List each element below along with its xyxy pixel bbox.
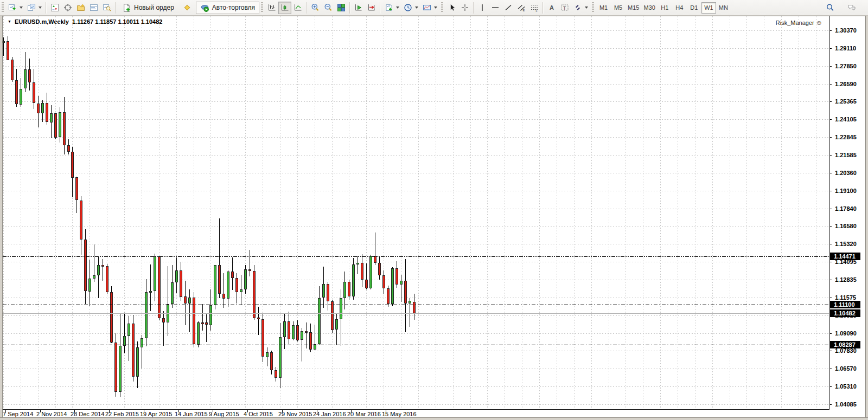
price-axis-tick xyxy=(830,333,832,334)
horizontal-gridline xyxy=(3,386,829,387)
candlestick-chart-button[interactable] xyxy=(278,2,291,14)
trendline-icon xyxy=(504,3,513,12)
timeframe-w1[interactable]: W1 xyxy=(701,2,716,14)
arrows-dropdown-arrow[interactable] xyxy=(585,7,588,9)
chart-plot[interactable]: ▼ EURUSD.m,Weekly 1.11267 1.11857 1.1001… xyxy=(3,16,829,410)
tile-windows-button[interactable] xyxy=(335,2,348,14)
candle xyxy=(231,272,234,278)
toolbar-separator xyxy=(380,2,381,14)
price-axis-tick xyxy=(830,137,832,138)
data-window-button[interactable] xyxy=(61,2,74,14)
price-axis-label: 1.15320 xyxy=(835,241,857,248)
svg-text:T: T xyxy=(563,5,566,11)
candle xyxy=(141,338,143,347)
candle xyxy=(266,352,269,357)
trendline-button[interactable] xyxy=(502,2,515,14)
metaeditor-button[interactable] xyxy=(181,2,194,14)
indicators-dropdown-arrow[interactable] xyxy=(396,7,399,9)
candle xyxy=(340,298,342,319)
price-axis-label: 1.22845 xyxy=(835,134,857,141)
bar-chart-button[interactable] xyxy=(265,2,278,14)
chart-shift-button[interactable] xyxy=(365,2,378,14)
vertical-gridline xyxy=(21,16,21,409)
horizontal-level-line[interactable] xyxy=(3,345,829,345)
horizontal-gridline xyxy=(3,209,829,209)
arrows-button[interactable] xyxy=(571,2,584,14)
price-axis-tick xyxy=(830,30,832,31)
chart-expander-icon[interactable]: ▼ xyxy=(8,20,11,23)
timeframe-m30[interactable]: M30 xyxy=(641,2,657,14)
chat-button[interactable] xyxy=(845,2,858,14)
horizontal-level-line[interactable] xyxy=(3,256,829,257)
price-axis-label: 1.09090 xyxy=(835,330,857,337)
templates-button[interactable] xyxy=(420,2,433,14)
market-watch-button[interactable] xyxy=(48,2,61,14)
price-axis-label: 1.16580 xyxy=(835,223,857,230)
toolbar-drag-handle[interactable] xyxy=(2,2,4,13)
price-axis-tick xyxy=(830,226,832,227)
candle-wick xyxy=(258,307,259,335)
text-label-button[interactable]: T xyxy=(558,2,571,14)
timeframe-h1[interactable]: H1 xyxy=(658,2,672,14)
auto-scroll-button[interactable] xyxy=(352,2,365,14)
candle xyxy=(261,319,264,357)
indicators-button[interactable] xyxy=(382,2,395,14)
new-order-button[interactable]: Новый ордер xyxy=(118,2,178,14)
candle xyxy=(171,282,174,304)
vertical-line-button[interactable] xyxy=(476,2,489,14)
auto-scroll-icon xyxy=(354,3,363,12)
toolbar-drag-handle[interactable] xyxy=(441,2,443,13)
cursor-button[interactable] xyxy=(445,2,458,14)
timeframe-d1[interactable]: D1 xyxy=(687,2,701,14)
new-chart-button[interactable] xyxy=(6,2,19,14)
horizontal-line-icon xyxy=(491,3,500,12)
candle xyxy=(378,263,381,275)
timeframe-m5[interactable]: M5 xyxy=(611,2,626,14)
candle xyxy=(175,270,178,282)
timeframe-mn[interactable]: MN xyxy=(716,2,731,14)
timeframe-m1[interactable]: M1 xyxy=(596,2,611,14)
line-chart-button[interactable] xyxy=(291,2,304,14)
vertical-gridline xyxy=(3,16,4,409)
templates-dropdown-arrow[interactable] xyxy=(434,7,437,9)
new-chart-icon xyxy=(8,3,17,12)
vertical-gridline xyxy=(332,16,333,409)
navigator-button[interactable] xyxy=(74,2,87,14)
timeframe-m15[interactable]: M15 xyxy=(626,2,641,14)
text-button[interactable]: A xyxy=(545,2,558,14)
candle xyxy=(154,256,156,291)
candle xyxy=(88,279,91,292)
vertical-gridline xyxy=(90,16,90,409)
horizontal-gridline xyxy=(3,173,829,173)
toolbar-drag-handle[interactable] xyxy=(261,2,263,13)
strategy-tester-button[interactable] xyxy=(100,2,113,14)
autotrading-button[interactable]: Авто-торговля xyxy=(196,2,259,14)
horizontal-line-button[interactable] xyxy=(489,2,502,14)
crosshair-button[interactable] xyxy=(458,2,471,14)
candle xyxy=(404,281,407,303)
zoom-in-icon xyxy=(311,3,320,12)
vertical-gridline xyxy=(210,16,211,409)
horizontal-gridline xyxy=(3,226,829,227)
price-axis[interactable]: 1.303701.291101.278501.265901.253651.241… xyxy=(830,16,865,410)
fibonacci-retracement-button[interactable]: F xyxy=(528,2,541,14)
profiles-dropdown-arrow[interactable] xyxy=(39,7,42,9)
timeframe-h4[interactable]: H4 xyxy=(672,2,687,14)
zoom-in-button[interactable] xyxy=(309,2,322,14)
search-button[interactable] xyxy=(824,2,837,14)
candle xyxy=(205,322,208,325)
zoom-out-button[interactable] xyxy=(322,2,335,14)
vertical-gridline xyxy=(643,16,643,409)
equidistant-channel-button[interactable]: E xyxy=(515,2,528,14)
new-chart-dropdown-arrow[interactable] xyxy=(20,7,23,9)
candle xyxy=(218,265,221,294)
vertical-gridline xyxy=(678,16,678,409)
horizontal-level-line[interactable] xyxy=(3,305,829,305)
periods-button[interactable] xyxy=(401,2,414,14)
terminal-button[interactable] xyxy=(87,2,100,14)
periods-dropdown-arrow[interactable] xyxy=(415,7,418,9)
chart-symbol-period: EURUSD.m,Weekly xyxy=(15,18,69,25)
date-axis[interactable]: 7 Sep 20142 Nov 201428 Dec 201422 Feb 20… xyxy=(3,410,865,417)
toolbar-drag-handle[interactable] xyxy=(592,2,594,13)
profiles-button[interactable] xyxy=(25,2,38,14)
